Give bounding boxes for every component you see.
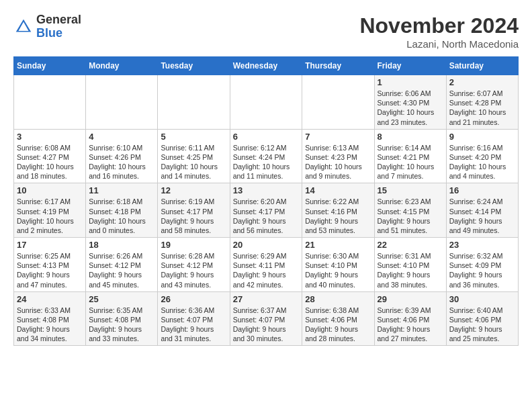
calendar-cell: 22Sunrise: 6:31 AM Sunset: 4:10 PM Dayli… [374,238,446,292]
weekday-header-saturday: Saturday [446,57,518,75]
calendar-cell: 24Sunrise: 6:33 AM Sunset: 4:08 PM Dayli… [14,291,86,346]
calendar-cell: 21Sunrise: 6:30 AM Sunset: 4:10 PM Dayli… [302,238,374,292]
week-row-2: 3Sunrise: 6:08 AM Sunset: 4:27 PM Daylig… [14,129,519,183]
day-number: 30 [449,294,515,304]
day-number: 9 [449,132,515,142]
day-info: Sunrise: 6:20 AM Sunset: 4:17 PM Dayligh… [233,197,300,235]
day-number: 19 [161,240,226,250]
calendar-cell: 10Sunrise: 6:17 AM Sunset: 4:19 PM Dayli… [14,183,86,238]
day-number: 25 [89,294,154,304]
calendar-cell: 13Sunrise: 6:20 AM Sunset: 4:17 PM Dayli… [230,183,302,238]
weekday-header-monday: Monday [86,57,158,75]
day-number: 2 [449,77,515,87]
day-info: Sunrise: 6:10 AM Sunset: 4:26 PM Dayligh… [89,143,154,181]
calendar-cell [230,75,302,130]
day-number: 10 [17,185,83,195]
calendar-cell: 7Sunrise: 6:13 AM Sunset: 4:23 PM Daylig… [302,129,374,183]
location: Lazani, North Macedonia [359,38,519,50]
day-info: Sunrise: 6:37 AM Sunset: 4:07 PM Dayligh… [233,306,300,344]
day-info: Sunrise: 6:25 AM Sunset: 4:13 PM Dayligh… [17,251,83,289]
day-info: Sunrise: 6:32 AM Sunset: 4:09 PM Dayligh… [449,251,515,289]
day-number: 7 [305,132,371,142]
day-info: Sunrise: 6:38 AM Sunset: 4:06 PM Dayligh… [305,306,371,344]
calendar-cell: 5Sunrise: 6:11 AM Sunset: 4:25 PM Daylig… [158,129,230,183]
day-number: 16 [449,185,515,195]
day-number: 12 [161,185,226,195]
day-info: Sunrise: 6:13 AM Sunset: 4:23 PM Dayligh… [305,143,371,181]
day-number: 15 [378,185,443,195]
day-info: Sunrise: 6:16 AM Sunset: 4:20 PM Dayligh… [449,143,515,181]
day-info: Sunrise: 6:28 AM Sunset: 4:12 PM Dayligh… [161,251,226,289]
calendar-cell: 9Sunrise: 6:16 AM Sunset: 4:20 PM Daylig… [446,129,518,183]
day-info: Sunrise: 6:06 AM Sunset: 4:30 PM Dayligh… [378,89,443,127]
calendar-cell [14,75,86,130]
weekday-header-friday: Friday [374,57,446,75]
calendar-cell: 16Sunrise: 6:24 AM Sunset: 4:14 PM Dayli… [446,183,518,238]
weekday-header-tuesday: Tuesday [158,57,230,75]
day-info: Sunrise: 6:39 AM Sunset: 4:06 PM Dayligh… [378,306,443,344]
calendar-cell [158,75,230,130]
calendar-cell: 28Sunrise: 6:38 AM Sunset: 4:06 PM Dayli… [302,291,374,346]
day-info: Sunrise: 6:19 AM Sunset: 4:17 PM Dayligh… [161,197,226,235]
calendar-cell: 26Sunrise: 6:36 AM Sunset: 4:07 PM Dayli… [158,291,230,346]
day-info: Sunrise: 6:40 AM Sunset: 4:06 PM Dayligh… [449,306,515,344]
day-number: 3 [17,132,83,142]
day-number: 27 [233,294,300,304]
day-number: 5 [161,132,226,142]
calendar-cell: 3Sunrise: 6:08 AM Sunset: 4:27 PM Daylig… [14,129,86,183]
calendar-cell: 18Sunrise: 6:26 AM Sunset: 4:12 PM Dayli… [86,238,158,292]
day-info: Sunrise: 6:24 AM Sunset: 4:14 PM Dayligh… [449,197,515,235]
week-row-4: 17Sunrise: 6:25 AM Sunset: 4:13 PM Dayli… [14,238,519,292]
calendar-cell: 23Sunrise: 6:32 AM Sunset: 4:09 PM Dayli… [446,238,518,292]
day-number: 11 [89,185,154,195]
day-info: Sunrise: 6:08 AM Sunset: 4:27 PM Dayligh… [17,143,83,181]
calendar-cell: 2Sunrise: 6:07 AM Sunset: 4:28 PM Daylig… [446,75,518,130]
day-number: 20 [233,240,300,250]
calendar-cell: 17Sunrise: 6:25 AM Sunset: 4:13 PM Dayli… [14,238,86,292]
title-area: November 2024 Lazani, North Macedonia [359,13,519,50]
calendar-cell: 25Sunrise: 6:35 AM Sunset: 4:08 PM Dayli… [86,291,158,346]
weekday-header-sunday: Sunday [14,57,86,75]
day-info: Sunrise: 6:29 AM Sunset: 4:11 PM Dayligh… [233,251,300,289]
day-info: Sunrise: 6:26 AM Sunset: 4:12 PM Dayligh… [89,251,154,289]
day-number: 26 [161,294,226,304]
day-number: 23 [449,240,515,250]
day-info: Sunrise: 6:33 AM Sunset: 4:08 PM Dayligh… [17,306,83,344]
page-header: General Blue November 2024 Lazani, North… [13,13,519,50]
day-number: 8 [378,132,443,142]
calendar-cell: 4Sunrise: 6:10 AM Sunset: 4:26 PM Daylig… [86,129,158,183]
calendar-cell: 30Sunrise: 6:40 AM Sunset: 4:06 PM Dayli… [446,291,518,346]
day-info: Sunrise: 6:07 AM Sunset: 4:28 PM Dayligh… [449,89,515,127]
day-info: Sunrise: 6:14 AM Sunset: 4:21 PM Dayligh… [378,143,443,181]
day-number: 14 [305,185,371,195]
week-row-5: 24Sunrise: 6:33 AM Sunset: 4:08 PM Dayli… [14,291,519,346]
day-number: 17 [17,240,83,250]
day-number: 22 [378,240,443,250]
calendar-cell: 19Sunrise: 6:28 AM Sunset: 4:12 PM Dayli… [158,238,230,292]
day-info: Sunrise: 6:18 AM Sunset: 4:18 PM Dayligh… [89,197,154,235]
day-info: Sunrise: 6:31 AM Sunset: 4:10 PM Dayligh… [378,251,443,289]
day-number: 4 [89,132,154,142]
calendar-cell: 6Sunrise: 6:12 AM Sunset: 4:24 PM Daylig… [230,129,302,183]
calendar-cell: 27Sunrise: 6:37 AM Sunset: 4:07 PM Dayli… [230,291,302,346]
calendar-cell: 12Sunrise: 6:19 AM Sunset: 4:17 PM Dayli… [158,183,230,238]
logo-general: General [36,13,81,26]
calendar-cell: 15Sunrise: 6:23 AM Sunset: 4:15 PM Dayli… [374,183,446,238]
day-info: Sunrise: 6:12 AM Sunset: 4:24 PM Dayligh… [233,143,300,181]
day-info: Sunrise: 6:23 AM Sunset: 4:15 PM Dayligh… [378,197,443,235]
calendar-cell: 11Sunrise: 6:18 AM Sunset: 4:18 PM Dayli… [86,183,158,238]
calendar-cell: 1Sunrise: 6:06 AM Sunset: 4:30 PM Daylig… [374,75,446,130]
week-row-1: 1Sunrise: 6:06 AM Sunset: 4:30 PM Daylig… [14,75,519,130]
calendar-table: SundayMondayTuesdayWednesdayThursdayFrid… [13,56,519,346]
logo: General Blue [13,13,81,40]
day-number: 28 [305,294,371,304]
weekday-header-wednesday: Wednesday [230,57,302,75]
calendar-cell: 8Sunrise: 6:14 AM Sunset: 4:21 PM Daylig… [374,129,446,183]
calendar-cell: 29Sunrise: 6:39 AM Sunset: 4:06 PM Dayli… [374,291,446,346]
day-info: Sunrise: 6:11 AM Sunset: 4:25 PM Dayligh… [161,143,226,181]
day-info: Sunrise: 6:30 AM Sunset: 4:10 PM Dayligh… [305,251,371,289]
week-row-3: 10Sunrise: 6:17 AM Sunset: 4:19 PM Dayli… [14,183,519,238]
day-number: 6 [233,132,300,142]
day-info: Sunrise: 6:36 AM Sunset: 4:07 PM Dayligh… [161,306,226,344]
logo-blue: Blue [36,26,62,40]
